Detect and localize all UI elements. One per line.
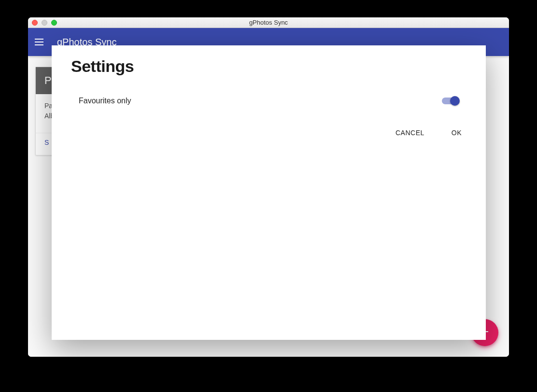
cancel-button[interactable]: CANCEL bbox=[394, 125, 426, 140]
app-window: gPhotos Sync gPhotos Sync Pi Pat Alb S bbox=[28, 17, 509, 357]
switch-thumb bbox=[450, 96, 460, 106]
settings-dialog: Settings Favourites only CANCEL OK bbox=[52, 45, 486, 340]
app-content: gPhotos Sync Pi Pat Alb S Settings Favou… bbox=[28, 28, 509, 357]
window-zoom-button[interactable] bbox=[51, 20, 57, 26]
dialog-title: Settings bbox=[71, 57, 466, 76]
favourites-toggle[interactable] bbox=[441, 96, 459, 106]
window-minimize-button[interactable] bbox=[42, 20, 47, 26]
dialog-actions: CANCEL OK bbox=[71, 125, 466, 140]
setting-row-favourites: Favourites only bbox=[71, 96, 466, 106]
setting-label: Favourites only bbox=[79, 97, 131, 105]
mac-titlebar: gPhotos Sync bbox=[28, 17, 509, 28]
window-close-button[interactable] bbox=[32, 20, 38, 26]
ok-button[interactable]: OK bbox=[450, 125, 464, 140]
menu-icon[interactable] bbox=[35, 36, 46, 48]
window-title: gPhotos Sync bbox=[249, 19, 288, 26]
window-controls bbox=[32, 20, 57, 26]
card-action-button[interactable]: S bbox=[44, 139, 49, 146]
